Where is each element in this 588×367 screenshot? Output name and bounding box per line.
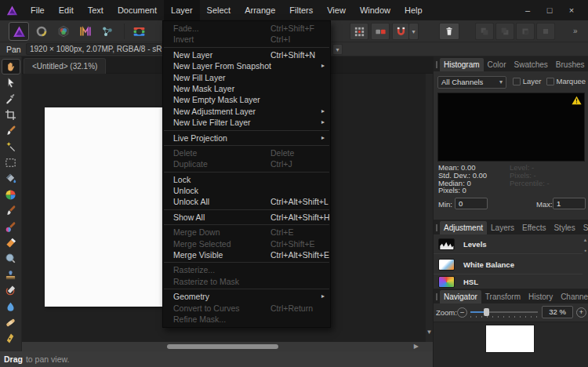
zoom-slider-handle[interactable] (484, 308, 489, 316)
tab-stock[interactable]: Stock (579, 221, 588, 234)
colour-picker-tool[interactable] (2, 91, 20, 107)
paint-brush-tool[interactable] (2, 203, 20, 219)
close-icon[interactable]: × (563, 2, 580, 18)
flood-select-tool[interactable] (2, 139, 20, 154)
menu-item-new-fill-layer[interactable]: New Fill Layer (163, 72, 330, 83)
menu-item-unlock-all[interactable]: Unlock AllCtrl+Alt+Shift+L (163, 196, 330, 207)
tab-brushes[interactable]: Brushes (552, 58, 588, 71)
menu-document[interactable]: Document (111, 0, 164, 20)
menu-item-new-live-filter-layer[interactable]: New Live Filter Layer▸ (163, 117, 330, 128)
undo-brush-tool[interactable] (2, 282, 20, 298)
tab-effects[interactable]: Effects (518, 221, 550, 234)
menu-item-new-adjustment-layer[interactable]: New Adjustment Layer▸ (163, 106, 330, 117)
min-input[interactable]: 0 (455, 198, 488, 209)
tab-transform[interactable]: Transform (481, 290, 524, 303)
tab-navigator[interactable]: Navigator (440, 290, 481, 303)
context-dropdown[interactable]: ▾ (332, 44, 343, 55)
scroll-down-icon[interactable]: ▼ (426, 329, 433, 336)
layer-checkbox[interactable]: Layer (513, 77, 542, 85)
navigator-preview[interactable] (434, 322, 588, 367)
scroll-thumb-icon[interactable]: ● (583, 248, 588, 253)
menu-item-show-all[interactable]: Show AllCtrl+Alt+Shift+H (163, 212, 330, 223)
tab-channels[interactable]: Channels (557, 290, 588, 303)
view-pan-tool[interactable] (2, 59, 20, 74)
menu-select[interactable]: Select (200, 0, 238, 20)
auto-colours-button[interactable] (129, 22, 149, 41)
maximize-icon[interactable]: □ (541, 2, 558, 18)
menu-item-new-layer[interactable]: New LayerCtrl+Shift+N (163, 49, 330, 60)
crop-tool[interactable] (2, 107, 20, 122)
marquee-select-tool[interactable] (2, 154, 20, 170)
zoom-value-input[interactable]: 32 % (542, 306, 573, 318)
colour-replacement-brush-tool[interactable] (2, 219, 20, 234)
menu-edit[interactable]: Edit (52, 0, 81, 20)
adjustment-item-levels[interactable]: Levels (434, 234, 583, 254)
snapping-dropdown[interactable]: ▾ (409, 23, 419, 40)
export-persona-button[interactable] (97, 22, 118, 41)
menu-item-new-mask-layer[interactable]: New Mask Layer (163, 83, 330, 94)
panel-grip-icon[interactable] (436, 61, 437, 68)
horizontal-scroll-thumb[interactable] (167, 344, 278, 349)
edit-all-layers-button[interactable] (371, 23, 390, 40)
photo-persona-button[interactable] (9, 22, 29, 41)
menu-text[interactable]: Text (81, 0, 111, 20)
menu-item-unlock[interactable]: Unlock (163, 185, 330, 196)
selection-mode-button[interactable] (350, 23, 368, 40)
flood-fill-tool[interactable] (2, 171, 20, 187)
adjustment-item-hsl[interactable]: HSL (434, 275, 583, 289)
liquify-persona-button[interactable] (31, 22, 52, 41)
tab-histogram[interactable]: Histogram (440, 58, 484, 71)
panel-grip-icon[interactable] (436, 293, 437, 300)
menu-item-new-layer-from-snapshot[interactable]: New Layer From Snapshot▸ (163, 60, 330, 71)
navigator-page-thumbnail[interactable] (486, 325, 534, 352)
menu-item-geometry[interactable]: Geometry▸ (163, 291, 330, 302)
develop-persona-button[interactable] (53, 22, 74, 41)
menu-help[interactable]: Help (397, 0, 430, 20)
toolbar-overflow-icon[interactable]: » (573, 27, 578, 35)
clone-brush-tool[interactable] (2, 267, 20, 282)
erase-brush-tool[interactable] (2, 234, 20, 250)
move-tool[interactable] (2, 74, 20, 90)
menu-window[interactable]: Window (353, 0, 397, 20)
gradient-tool[interactable] (2, 187, 20, 202)
tab-styles[interactable]: Styles (550, 221, 579, 234)
menu-item-new-empty-mask-layer[interactable]: New Empty Mask Layer (163, 94, 330, 105)
scroll-right-icon[interactable]: ▶ (414, 343, 419, 350)
tab-history[interactable]: History (524, 290, 557, 303)
zoom-out-button[interactable]: – (457, 307, 467, 318)
tab-layers[interactable]: Layers (487, 221, 518, 234)
scroll-up-icon[interactable]: ▲ (583, 238, 588, 242)
max-input[interactable]: 1 (553, 198, 586, 209)
menu-arrange[interactable]: Arrange (238, 0, 282, 20)
menu-filters[interactable]: Filters (282, 0, 320, 20)
dodge-brush-tool[interactable] (2, 251, 20, 267)
minimize-icon[interactable]: – (519, 2, 536, 18)
healing-brush-tool[interactable] (2, 314, 20, 330)
selection-brush-tool[interactable] (2, 123, 20, 139)
marquee-checkbox[interactable]: Marquee (546, 77, 586, 85)
warning-icon[interactable] (572, 96, 582, 105)
tab-adjustment[interactable]: Adjustment (440, 221, 487, 234)
horizontal-scrollbar[interactable]: ▶ (22, 342, 433, 351)
blur-brush-tool[interactable] (2, 299, 20, 314)
menu-layer[interactable]: Layer (164, 0, 200, 20)
snapping-button[interactable] (392, 23, 409, 40)
zoom-in-button[interactable]: + (576, 307, 586, 318)
zoom-slider[interactable] (470, 311, 538, 313)
tab-swatches[interactable]: Swatches (510, 58, 551, 71)
tone-mapping-persona-button[interactable] (75, 22, 96, 41)
channel-select[interactable]: All Channels ▾ (437, 76, 506, 89)
titlebar: File Edit Text Document Layer Select Arr… (0, 0, 588, 20)
pen-tool[interactable] (2, 331, 20, 347)
adjustment-item-white-balance[interactable]: White Balance (434, 255, 583, 274)
menu-item-merge-visible[interactable]: Merge VisibleCtrl+Alt+Shift+E (163, 249, 330, 260)
menu-file[interactable]: File (24, 0, 52, 20)
panel-grip-icon[interactable] (436, 224, 437, 231)
menu-view[interactable]: View (320, 0, 353, 20)
menu-item-live-projection[interactable]: Live Projection▸ (163, 133, 330, 144)
vertical-scrollbar[interactable]: ▼ (426, 74, 433, 342)
menu-item-lock[interactable]: Lock (163, 174, 330, 185)
delete-button[interactable] (439, 23, 459, 40)
document-tab[interactable]: <Untitled> (32.1%) (24, 58, 106, 74)
tab-color[interactable]: Color (484, 58, 510, 71)
